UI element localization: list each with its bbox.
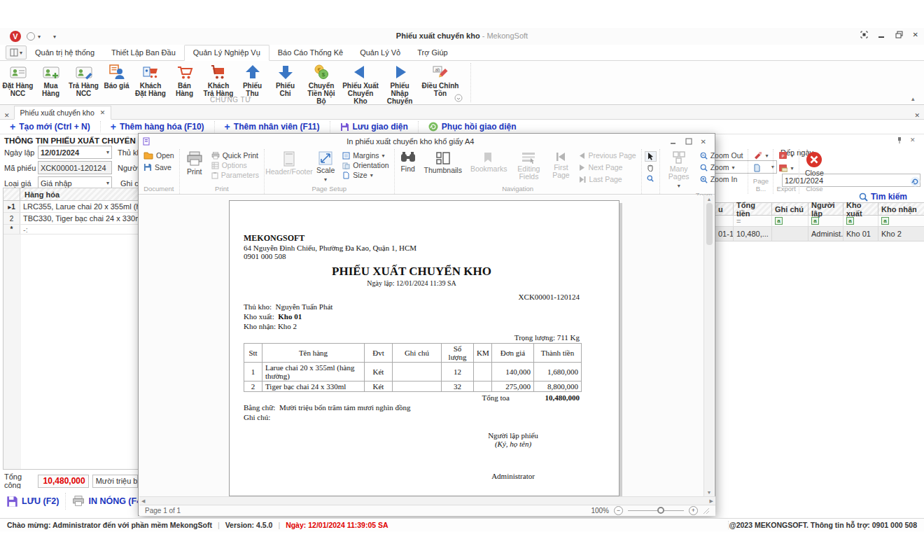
options-button[interactable]: Options bbox=[209, 160, 261, 170]
print-button[interactable]: Print bbox=[183, 150, 206, 176]
quick-print-button[interactable]: Quick Print bbox=[209, 150, 261, 160]
scroll-thumb[interactable] bbox=[706, 203, 713, 245]
restore-icon[interactable] bbox=[895, 31, 903, 38]
app-menu-button[interactable]: ▾ bbox=[6, 46, 27, 59]
dialog-minimize-icon[interactable] bbox=[670, 138, 677, 145]
previous-page-button[interactable]: Previous Page bbox=[577, 150, 638, 160]
tab-quan-ly-nghiep-vu[interactable]: Quản Lý Nghiệp Vụ bbox=[184, 45, 270, 61]
chevron-down-icon: ▾ bbox=[324, 176, 327, 183]
column-header[interactable]: Ghi chú bbox=[772, 203, 808, 215]
first-page-button[interactable]: First Page bbox=[547, 150, 574, 180]
zoom-in-button[interactable]: Zoom In bbox=[698, 174, 746, 184]
zoom-minus-button[interactable]: − bbox=[614, 506, 623, 515]
tab-tro-giup[interactable]: Trợ Giúp bbox=[409, 46, 456, 60]
zoom-out-button[interactable]: Zoom Out bbox=[698, 150, 746, 160]
minimize-icon[interactable] bbox=[878, 31, 886, 38]
scroll-right-icon[interactable]: ▶ bbox=[710, 498, 713, 504]
many-pages-button[interactable]: Many Pages▾ bbox=[663, 150, 695, 190]
hand-tool-button[interactable] bbox=[645, 164, 657, 172]
tab-quan-tri-he-thong[interactable]: Quản trị hệ thống bbox=[27, 46, 103, 60]
pointer-tool-button[interactable] bbox=[645, 151, 657, 162]
column-header[interactable]: Người lập bbox=[808, 203, 844, 215]
pin-icon[interactable] bbox=[896, 136, 903, 144]
header-footer-button[interactable]: Header/Footer bbox=[267, 150, 311, 176]
column-header[interactable]: Kho xuất bbox=[844, 203, 878, 215]
zoom-slider-thumb[interactable] bbox=[657, 507, 664, 514]
panel-close-icon[interactable]: ✕ bbox=[910, 136, 916, 144]
ribbon-group-expand-icon[interactable] bbox=[454, 94, 463, 102]
thumbnails-button[interactable]: Thumbnails bbox=[421, 150, 465, 175]
fit-window-icon[interactable] bbox=[860, 31, 868, 38]
group-print: Print Quick Print Options bbox=[180, 149, 265, 194]
orientation-button[interactable]: Orientation bbox=[340, 160, 391, 170]
bookmarks-button[interactable]: Bookmarks bbox=[468, 150, 510, 174]
filter-cell[interactable]: a bbox=[772, 216, 808, 226]
parameters-button[interactable]: Parameters bbox=[209, 170, 261, 180]
save-button[interactable]: Save bbox=[141, 162, 174, 172]
send-pdf-button[interactable]: ▾ bbox=[776, 163, 795, 173]
size-button[interactable]: Size▾ bbox=[340, 170, 391, 180]
filter-cell[interactable]: a bbox=[844, 216, 878, 226]
amount-words-field[interactable]: Mười triệu b bbox=[92, 475, 138, 488]
scroll-up-icon[interactable]: ▲ bbox=[707, 197, 712, 202]
margins-button[interactable]: Margins▾ bbox=[340, 150, 391, 160]
close-preview-button[interactable]: Close bbox=[802, 150, 827, 178]
tabrow-close-left-icon[interactable]: ✕ bbox=[0, 112, 14, 119]
find-button[interactable]: Find bbox=[398, 150, 419, 174]
scroll-left-icon[interactable]: ◀ bbox=[141, 498, 145, 504]
column-header[interactable]: Kho nhận bbox=[878, 203, 924, 215]
chevron-down-icon[interactable]: ▾ bbox=[104, 180, 109, 186]
binoculars-icon bbox=[400, 151, 416, 164]
close-window-icon[interactable]: ✕ bbox=[913, 31, 918, 38]
refresh-icon[interactable] bbox=[910, 176, 920, 187]
chevron-down-icon: ▾ bbox=[765, 153, 768, 159]
new-button[interactable]: +Tạo mới (Ctrl + N) bbox=[0, 121, 101, 132]
preview-surface[interactable]: MEKONGSOFT 64 Nguyễn Đình Chiểu, Phường … bbox=[139, 195, 705, 496]
filter-cell[interactable] bbox=[715, 216, 734, 226]
doc-tab-close-icon[interactable]: ✕ bbox=[100, 109, 106, 116]
open-button[interactable]: Open bbox=[141, 150, 176, 160]
filter-cell[interactable]: a bbox=[878, 216, 924, 226]
add-employee-button[interactable]: +Thêm nhân viên (F11) bbox=[215, 121, 330, 132]
tab-bao-cao-thong-ke[interactable]: Báo Cáo Thống Kê bbox=[270, 46, 351, 60]
watermark-button[interactable]: ▾ bbox=[751, 150, 770, 160]
column-header[interactable]: u bbox=[715, 203, 734, 215]
tab-quan-ly-vo[interactable]: Quản Lý Vỏ bbox=[351, 46, 409, 60]
ribbon-collapse-icon[interactable]: ▴ bbox=[911, 95, 915, 102]
export-pdf-button[interactable]: P ▾ bbox=[776, 150, 795, 160]
column-header[interactable]: Tổng tiền bbox=[734, 203, 772, 215]
ngay-lap-combo[interactable]: 12/01/2024▾ bbox=[38, 146, 112, 159]
tab-thiet-lap-ban-dau[interactable]: Thiết Lập Ban Đầu bbox=[103, 46, 184, 60]
preview-horizontal-scrollbar[interactable]: ◀ ▶ bbox=[139, 496, 715, 505]
tabrow-close-right-icon[interactable]: ✕ bbox=[910, 112, 924, 119]
last-page-button[interactable]: Last Page bbox=[577, 174, 638, 184]
next-page-button[interactable]: Next Page bbox=[577, 162, 638, 172]
zoom-button[interactable]: Zoom▾ bbox=[698, 162, 746, 172]
filter-cell[interactable]: a bbox=[808, 216, 844, 226]
chevron-down-icon[interactable]: ▾ bbox=[104, 149, 109, 155]
doc-company: MEKONGSOFT bbox=[244, 233, 580, 244]
scroll-down-icon[interactable]: ▼ bbox=[707, 490, 712, 495]
doc-tab-phieu-xuat-chuyen-kho[interactable]: Phiếu xuất chuyển kho ✕ bbox=[14, 106, 112, 120]
dialog-maximize-icon[interactable] bbox=[685, 138, 692, 145]
dialog-close-icon[interactable]: ✕ bbox=[701, 138, 706, 146]
resize-grip-icon[interactable] bbox=[703, 507, 710, 514]
hot-print-button[interactable]: IN NÓNG (F4) bbox=[66, 493, 138, 510]
dialog-title-bar[interactable]: In phiếu xuất chuyển kho khổ giấy A4 ✕ bbox=[139, 134, 715, 149]
zoom-plus-button[interactable]: + bbox=[689, 506, 698, 515]
scale-button[interactable]: Scale ▾ bbox=[314, 150, 337, 184]
magnifier-tool-button[interactable] bbox=[645, 174, 657, 183]
filter-cell[interactable]: = bbox=[734, 216, 772, 226]
editing-fields-button[interactable]: Editing Fields bbox=[512, 150, 545, 181]
ma-phieu-field[interactable]: XCK00001-120124 bbox=[38, 161, 112, 174]
page-color-button[interactable] bbox=[751, 163, 763, 173]
zoom-slider[interactable] bbox=[628, 510, 684, 511]
restore-layout-button[interactable]: Phục hồi giao diện bbox=[419, 121, 526, 132]
save-layout-button[interactable]: Lưu giao diện bbox=[330, 121, 419, 132]
ngay-lap-label: Ngày lập bbox=[4, 148, 38, 157]
preview-vertical-scrollbar[interactable]: ▲ ▼ bbox=[704, 195, 714, 496]
list-row-selected[interactable]: 01-1... 10,480,... Administ... Kho 01 Kh… bbox=[715, 227, 924, 241]
doc-amount-words: Bằng chữ: Mười triệu bốn trăm tám mươi n… bbox=[244, 403, 580, 412]
add-item-button[interactable]: +Thêm hàng hóa (F10) bbox=[101, 121, 215, 132]
save-button[interactable]: LƯU (F2) bbox=[0, 493, 66, 510]
